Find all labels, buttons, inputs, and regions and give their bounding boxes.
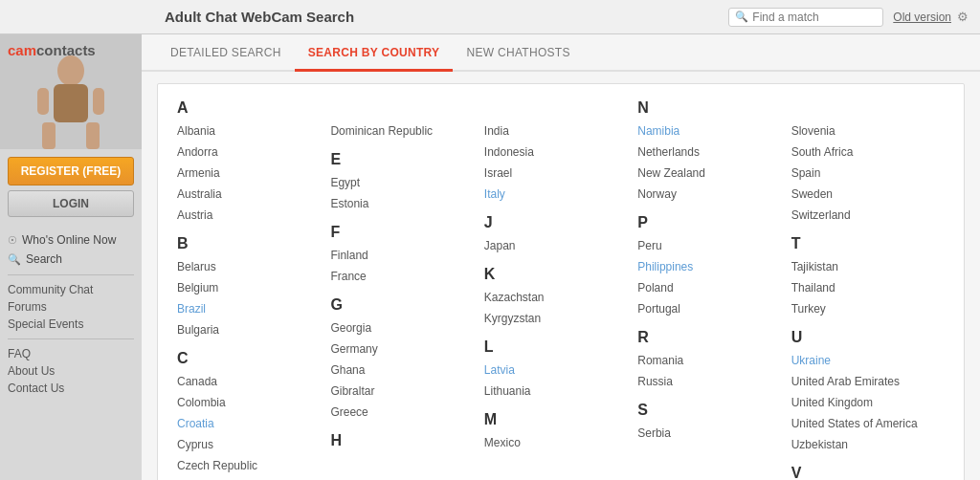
find-match-search[interactable]: 🔍 [728,8,883,27]
old-version-link[interactable]: Old version [893,11,951,24]
country-indonesia[interactable]: Indonesia [484,142,628,163]
svg-rect-5 [93,88,104,115]
country-uk[interactable]: United Kingdom [791,392,935,413]
country-slovenia[interactable]: Slovenia [791,120,935,142]
country-namibia[interactable]: Namibia [637,120,781,142]
letter-j: J [484,214,628,231]
country-columns: A Albania Andorra Armenia Australia Aust… [177,99,945,480]
country-finland[interactable]: Finland [330,245,474,266]
country-portugal[interactable]: Portugal [637,298,781,319]
country-dominican-republic[interactable]: Dominican Republic [330,120,474,142]
sidebar-item-whos-online[interactable]: ☉ Who's Online Now [8,230,134,250]
country-armenia[interactable]: Armenia [177,163,321,184]
special-events-link[interactable]: Special Events [8,316,134,333]
country-usa[interactable]: United States of America [791,413,935,434]
country-romania[interactable]: Romania [637,350,781,371]
about-us-link[interactable]: About Us [8,362,134,380]
country-czech-republic[interactable]: Czech Republic [177,455,321,476]
letter-r: R [637,329,781,346]
country-egypt[interactable]: Egypt [330,172,474,193]
country-norway[interactable]: Norway [637,184,781,205]
country-lithuania[interactable]: Lithuania [484,381,628,402]
country-italy[interactable]: Italy [484,184,628,205]
country-turkey[interactable]: Turkey [791,298,935,319]
search-sidebar-icon: 🔍 [8,253,21,266]
country-australia[interactable]: Australia [177,184,321,205]
country-uae[interactable]: United Arab Emirates [791,371,935,392]
country-tajikistan[interactable]: Tajikistan [791,256,935,277]
letter-b: B [177,235,321,252]
country-colombia[interactable]: Colombia [177,392,321,413]
country-col-5: A Slovenia South Africa Spain Sweden Swi… [791,99,945,480]
country-mexico[interactable]: Mexico [484,432,628,453]
contact-us-link[interactable]: Contact Us [8,380,134,397]
hero-figure [33,54,109,149]
search-label: Search [26,252,62,266]
community-chat-link[interactable]: Community Chat [8,281,134,298]
page-title: Adult Chat WebCam Search [165,9,728,25]
country-kyrgyzstan[interactable]: Kyrgyzstan [484,308,628,329]
country-ghana[interactable]: Ghana [330,360,474,381]
country-poland[interactable]: Poland [637,277,781,298]
country-brazil[interactable]: Brazil [177,298,321,319]
tab-new-chathosts[interactable]: NEW CHATHOSTS [453,34,583,72]
letter-m: M [484,411,628,428]
letter-e: E [330,151,474,168]
letter-a: A [177,99,321,117]
sidebar-buttons: REGISTER (FREE) LOGIN [0,149,142,225]
country-canada[interactable]: Canada [177,371,321,392]
tab-search-by-country[interactable]: SEARCH BY COUNTRY [295,34,454,72]
country-ukraine[interactable]: Ukraine [791,350,935,371]
forums-link[interactable]: Forums [8,298,134,316]
country-greece[interactable]: Greece [330,402,474,423]
country-belgium[interactable]: Belgium [177,277,321,298]
tab-detailed-search[interactable]: DETAILED SEARCH [157,34,295,72]
country-thailand[interactable]: Thailand [791,277,935,298]
country-belarus[interactable]: Belarus [177,256,321,277]
find-match-input[interactable] [752,11,877,24]
tabs-bar: DETAILED SEARCH SEARCH BY COUNTRY NEW CH… [142,34,980,72]
country-japan[interactable]: Japan [484,235,628,256]
country-india[interactable]: India [484,120,628,142]
country-germany[interactable]: Germany [330,338,474,360]
country-south-africa[interactable]: South Africa [791,142,935,163]
country-col-3: A India Indonesia Israel Italy J Japan K… [484,99,637,480]
svg-rect-3 [86,122,100,149]
country-col-1: A Albania Andorra Armenia Australia Aust… [177,99,330,480]
sidebar-divider [8,274,134,275]
country-georgia[interactable]: Georgia [330,317,474,338]
country-kazachstan[interactable]: Kazachstan [484,287,628,308]
country-estonia[interactable]: Estonia [330,193,474,214]
letter-t: T [791,235,935,252]
country-uzbekistan[interactable]: Uzbekistan [791,434,935,455]
letter-k: K [484,266,628,283]
letter-f: F [330,224,474,241]
country-spain[interactable]: Spain [791,163,935,184]
sidebar-item-search[interactable]: 🔍 Search [8,250,134,269]
country-russia[interactable]: Russia [637,371,781,392]
country-cyprus[interactable]: Cyprus [177,434,321,455]
country-switzerland[interactable]: Switzerland [791,205,935,226]
country-new-zealand[interactable]: New Zealand [637,163,781,184]
faq-link[interactable]: FAQ [8,345,134,362]
letter-s: S [637,402,781,419]
country-sweden[interactable]: Sweden [791,184,935,205]
register-button[interactable]: REGISTER (FREE) [8,157,134,185]
country-serbia[interactable]: Serbia [637,423,781,444]
country-andorra[interactable]: Andorra [177,142,321,163]
country-philippines[interactable]: Philippines [637,256,781,277]
country-austria[interactable]: Austria [177,205,321,226]
country-latvia[interactable]: Latvia [484,360,628,381]
login-button[interactable]: LOGIN [8,190,134,217]
country-peru[interactable]: Peru [637,235,781,256]
country-israel[interactable]: Israel [484,163,628,184]
country-bulgaria[interactable]: Bulgaria [177,319,321,340]
country-france[interactable]: France [330,266,474,287]
country-netherlands[interactable]: Netherlands [637,142,781,163]
sidebar: camcontacts REGISTER [0,34,142,480]
country-gibraltar[interactable]: Gibraltar [330,381,474,402]
svg-rect-4 [37,88,49,115]
letter-v: V [791,465,935,480]
country-croatia[interactable]: Croatia [177,413,321,434]
country-albania[interactable]: Albania [177,120,321,142]
